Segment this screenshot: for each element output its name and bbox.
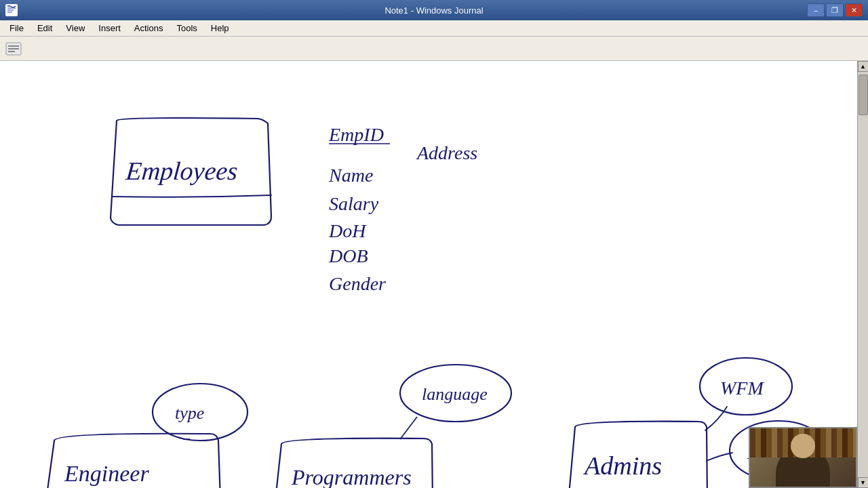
svg-text:Programmers: Programmers: [291, 465, 412, 488]
svg-text:Employees: Employees: [124, 157, 239, 185]
svg-text:Engineer: Engineer: [64, 461, 149, 486]
svg-text:Gender: Gender: [329, 273, 386, 294]
scroll-down-button[interactable]: ▼: [858, 477, 869, 488]
drawing-canvas[interactable]: Employees EmpID Address Name Salary DoH …: [0, 61, 857, 488]
window-controls: – ❐ ✕: [807, 3, 863, 17]
menu-tools[interactable]: Tools: [170, 22, 203, 35]
titlebar: Note1 - Windows Journal – ❐ ✕: [0, 0, 868, 20]
video-thumbnail: [749, 427, 857, 488]
svg-text:Salary: Salary: [329, 193, 379, 214]
restore-button[interactable]: ❐: [826, 3, 844, 17]
svg-text:EmpID: EmpID: [328, 124, 384, 145]
toolbar: [0, 37, 868, 61]
vertical-scrollbar[interactable]: ▲ ▼: [857, 61, 868, 488]
svg-text:Admins: Admins: [583, 451, 662, 480]
video-person: [750, 428, 856, 487]
app-icon: [5, 4, 18, 16]
journal-drawing: Employees EmpID Address Name Salary DoH …: [0, 61, 857, 488]
toolbar-icon-1[interactable]: [5, 41, 22, 57]
menu-insert[interactable]: Insert: [92, 22, 127, 35]
svg-text:WFM: WFM: [720, 378, 764, 399]
close-button[interactable]: ✕: [845, 3, 863, 17]
svg-text:Address: Address: [416, 142, 477, 163]
main-area: Employees EmpID Address Name Salary DoH …: [0, 61, 868, 488]
svg-text:DOB: DOB: [328, 245, 368, 266]
menu-file[interactable]: File: [3, 22, 31, 35]
bookshelf-background: [750, 428, 856, 458]
scroll-up-button[interactable]: ▲: [858, 61, 869, 72]
menu-view[interactable]: View: [59, 22, 92, 35]
svg-text:DoH: DoH: [328, 220, 367, 241]
scroll-thumb[interactable]: [859, 75, 868, 115]
window-title: Note1 - Windows Journal: [384, 5, 483, 16]
svg-text:Name: Name: [328, 165, 373, 186]
menu-help[interactable]: Help: [204, 22, 236, 35]
svg-text:type: type: [175, 403, 204, 423]
titlebar-left: [5, 4, 18, 16]
minimize-button[interactable]: –: [807, 3, 825, 17]
menubar: File Edit View Insert Actions Tools Help: [0, 20, 868, 37]
svg-text:language: language: [422, 384, 488, 404]
menu-actions[interactable]: Actions: [127, 22, 170, 35]
menu-edit[interactable]: Edit: [31, 22, 59, 35]
